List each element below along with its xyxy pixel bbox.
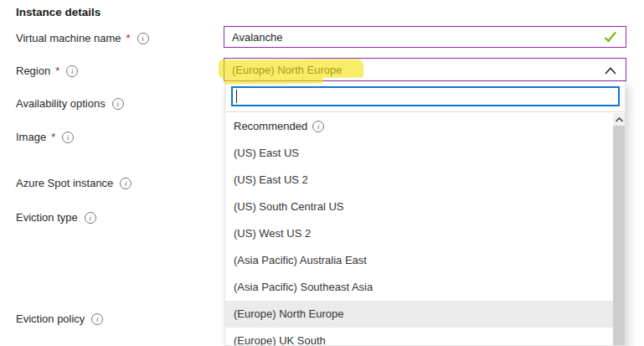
required-marker: *	[51, 131, 55, 143]
dropdown-search-area	[225, 81, 625, 112]
region-option-selected[interactable]: (Europe) North Europe	[225, 301, 613, 328]
info-icon[interactable]: i	[91, 313, 103, 325]
info-icon[interactable]: i	[85, 212, 96, 224]
region-option[interactable]: (US) East US 2	[225, 167, 613, 194]
text-caret	[236, 90, 237, 103]
chevron-up-icon	[605, 65, 616, 78]
label-virtual-machine-name: Virtual machine name* i	[16, 32, 149, 44]
region-option[interactable]: (Asia Pacific) Southeast Asia	[225, 274, 613, 301]
region-search-input[interactable]	[231, 86, 620, 106]
region-option[interactable]: (Europe) UK South	[225, 328, 613, 346]
info-icon[interactable]: i	[120, 178, 131, 189]
scrollbar[interactable]	[613, 113, 625, 345]
region-option[interactable]: (Asia Pacific) Australia East	[225, 247, 613, 274]
validation-check-icon	[604, 31, 617, 45]
field-label: Azure Spot instance	[16, 177, 113, 189]
scroll-up-button[interactable]	[613, 113, 625, 126]
field-label: Virtual machine name	[16, 32, 121, 44]
info-icon[interactable]: i	[137, 33, 149, 44]
label-azure-spot-instance: Azure Spot instance i	[16, 177, 131, 189]
required-marker: *	[55, 65, 59, 77]
info-icon[interactable]: i	[112, 98, 124, 110]
label-availability-options: Availability options i	[16, 97, 124, 110]
region-options-list: Recommended i (US) East US (US) East US …	[225, 113, 625, 345]
info-icon[interactable]: i	[66, 65, 78, 77]
scrollbar-thumb[interactable]	[613, 126, 625, 346]
label-eviction-type: Eviction type i	[16, 211, 96, 224]
field-label: Eviction policy	[16, 312, 85, 325]
section-title: Instance details	[16, 6, 100, 18]
region-dropdown-flyout: Recommended i (US) East US (US) East US …	[224, 81, 626, 346]
label-image: Image* i	[16, 131, 74, 143]
required-marker: *	[126, 32, 131, 44]
label-eviction-policy: Eviction policy i	[16, 312, 103, 325]
create-vm-form: Instance details Virtual machine name* i…	[0, 0, 644, 346]
info-icon[interactable]: i	[62, 132, 74, 143]
region-option[interactable]: (US) South Central US	[225, 194, 613, 220]
group-header-recommended: Recommended i	[225, 113, 613, 140]
region-dropdown[interactable]: (Europe) North Europe	[224, 58, 626, 81]
virtual-machine-name-input[interactable]: Avalanche	[224, 26, 626, 48]
field-label: Availability options	[16, 97, 106, 110]
virtual-machine-name-value: Avalanche	[224, 31, 626, 44]
field-label: Region	[16, 65, 50, 77]
region-selected-value: (Europe) North Europe	[224, 64, 626, 76]
info-icon[interactable]: i	[312, 121, 324, 132]
field-label: Eviction type	[16, 211, 78, 224]
scroll-up-icon	[616, 117, 623, 122]
region-option[interactable]: (US) East US	[225, 140, 613, 167]
region-option[interactable]: (US) West US 2	[225, 220, 613, 247]
field-label: Image	[16, 131, 46, 143]
label-region: Region* i	[16, 65, 78, 77]
